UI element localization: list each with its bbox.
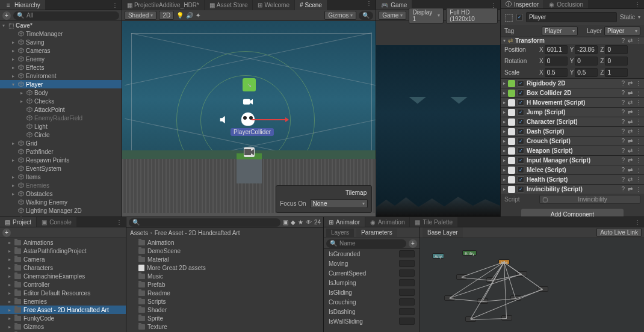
component-enabled-checkbox[interactable]: ✓	[518, 90, 524, 96]
preset-icon[interactable]: ⇄	[628, 37, 633, 44]
component-header[interactable]: ▸✓Character (Script)?⇄⋮	[501, 117, 644, 126]
project-folder-item[interactable]: ▸Animations	[0, 238, 126, 247]
hierarchy-item[interactable]: ▸Obstacles	[0, 189, 122, 198]
scale-y-input[interactable]	[575, 68, 598, 77]
hierarchy-add-button[interactable]: +	[2, 11, 11, 20]
foldout-icon[interactable]: ▸	[8, 274, 14, 279]
project-asset-item[interactable]: Texture	[126, 322, 323, 331]
scene-shading-dropdown[interactable]: Shaded▾	[125, 11, 156, 20]
param-value-field[interactable]	[399, 260, 415, 267]
preset-icon[interactable]: ⇄	[628, 90, 633, 96]
component-enabled-checkbox[interactable]: ✓	[518, 128, 524, 135]
scale-x-input[interactable]	[545, 68, 568, 77]
hierarchy-item[interactable]: ▸Enemy	[0, 55, 122, 63]
rot-y-input[interactable]	[575, 57, 598, 66]
menu-icon[interactable]: ⋮	[636, 80, 642, 87]
help-icon[interactable]: ?	[621, 80, 625, 87]
component-enabled-checkbox[interactable]: ✓	[518, 99, 524, 106]
tab-console[interactable]: ▣Console	[37, 217, 76, 227]
hierarchy-options-icon[interactable]: ⋮	[108, 2, 122, 8]
project-breadcrumb[interactable]: Assets › Free Asset - 2D Handcrafted Art	[126, 228, 323, 238]
game-display-dropdown[interactable]: Display 1▾	[409, 8, 444, 23]
filter-label-icon[interactable]: ◆	[291, 219, 296, 226]
animator-state-node[interactable]: Entry	[462, 250, 477, 256]
project-asset-item[interactable]: Music	[126, 272, 323, 280]
menu-icon[interactable]: ⋮	[636, 128, 642, 135]
component-header[interactable]: ▸✓Weapon (Script)?⇄⋮	[501, 146, 644, 155]
project-asset-item[interactable]: Sprite	[126, 314, 323, 322]
hierarchy-item[interactable]: Lighting Manager 2D	[0, 206, 122, 215]
favorite-icon[interactable]: ★	[298, 219, 303, 226]
preset-icon[interactable]: ⇄	[628, 157, 633, 164]
preset-icon[interactable]: ⇄	[628, 99, 633, 106]
animator-layers-tab[interactable]: Layers	[326, 229, 354, 237]
foldout-icon[interactable]: ▸	[8, 324, 14, 330]
animator-parameter-row[interactable]: Moving	[324, 259, 420, 268]
hierarchy-item[interactable]: AttackPoint	[0, 105, 122, 114]
menu-icon[interactable]: ⋮	[636, 147, 642, 154]
help-icon[interactable]: ?	[621, 186, 625, 192]
preset-icon[interactable]: ⇄	[628, 176, 633, 183]
project-folder-item[interactable]: ▸FunkyCode	[0, 314, 126, 322]
foldout-icon[interactable]: ▸	[12, 65, 18, 70]
hierarchy-item[interactable]: Pathfinder	[0, 147, 122, 156]
help-icon[interactable]: ?	[621, 118, 625, 125]
animator-search-input[interactable]: 🔍Name	[326, 239, 406, 248]
preset-icon[interactable]: ⇄	[628, 186, 633, 192]
scene-search-input[interactable]: 🔍	[359, 11, 373, 20]
animator-parameter-row[interactable]: IsDashing	[324, 307, 420, 316]
foldout-icon[interactable]: ▾	[503, 38, 506, 43]
help-icon[interactable]: ?	[621, 128, 625, 135]
foldout-icon[interactable]: ▸	[503, 148, 506, 153]
help-icon[interactable]: ?	[621, 138, 625, 144]
foldout-icon[interactable]: ▸	[503, 167, 506, 173]
hierarchy-item[interactable]: ▸Items	[0, 173, 122, 181]
tag-dropdown[interactable]: Player▾	[542, 26, 578, 35]
foldout-icon[interactable]: ▸	[8, 257, 14, 262]
project-folder-item[interactable]: ▸Editor Default Resources	[0, 289, 126, 297]
component-enabled-checkbox[interactable]: ✓	[518, 118, 524, 125]
foldout-icon[interactable]: ▸	[8, 248, 14, 254]
project-asset-item[interactable]: Material	[126, 255, 323, 263]
foldout-icon[interactable]: ▸	[12, 40, 18, 45]
project-search-input[interactable]: 🔍	[129, 218, 280, 227]
game-options-icon[interactable]: ⋮	[487, 2, 500, 8]
foldout-icon[interactable]: ▸	[12, 158, 18, 163]
animator-parameter-row[interactable]: IsJumping	[324, 278, 420, 287]
help-icon[interactable]: ?	[621, 90, 625, 96]
foldout-icon[interactable]: ▸	[503, 100, 506, 105]
foldout-icon[interactable]: ▸	[503, 138, 506, 144]
hierarchy-scene-row[interactable]: ▾ ⬚ Cave*	[0, 21, 122, 29]
hierarchy-item[interactable]: ▸Saving	[0, 38, 122, 46]
animator-transition[interactable]	[470, 262, 504, 319]
animator-parameter-row[interactable]: IsWallSliding	[324, 316, 420, 326]
menu-icon[interactable]: ⋮	[636, 186, 642, 192]
component-enabled-checkbox[interactable]: ✓	[518, 138, 524, 144]
tab-project[interactable]: ▤Project	[0, 217, 36, 227]
preset-icon[interactable]: ⇄	[628, 80, 633, 87]
component-header[interactable]: ▸✓Jump (Script)?⇄⋮	[501, 107, 644, 117]
param-value-field[interactable]	[399, 269, 415, 277]
param-value-field[interactable]	[399, 250, 415, 257]
foldout-icon[interactable]: ▸	[12, 191, 18, 197]
component-header[interactable]: ▸✓Health (Script)?⇄⋮	[501, 174, 644, 184]
static-dropdown[interactable]: ▾	[638, 14, 640, 20]
preset-icon[interactable]: ⇄	[628, 167, 633, 173]
inspector-options-icon[interactable]: ⋮	[631, 1, 644, 8]
project-folder-item[interactable]: ▸Characters	[0, 263, 126, 272]
hierarchy-item[interactable]: ▸Enemies	[0, 181, 122, 189]
project-add-button[interactable]: +	[2, 229, 11, 237]
game-view[interactable]	[376, 45, 500, 217]
help-icon[interactable]: ?	[621, 109, 625, 115]
tab-game[interactable]: 🎮 Game	[376, 0, 412, 10]
component-enabled-checkbox[interactable]: ✓	[518, 109, 524, 115]
component-header[interactable]: ▸✓H Movement (Script)?⇄⋮	[501, 97, 644, 107]
component-header[interactable]: ▸✓Box Collider 2D?⇄⋮	[501, 88, 644, 97]
help-icon[interactable]: ?	[621, 147, 625, 154]
tilemap-overlay[interactable]: Tilemap Focus On None▾	[276, 185, 372, 213]
scene-tab[interactable]: ▦ProjectileAdditive_HDR*	[122, 0, 204, 10]
hierarchy-item[interactable]: ▸Cameras	[0, 46, 122, 55]
x-axis-gizmo[interactable]	[252, 119, 288, 120]
foldout-icon[interactable]: ▸	[12, 141, 18, 146]
foldout-icon[interactable]: ▸	[503, 129, 506, 134]
